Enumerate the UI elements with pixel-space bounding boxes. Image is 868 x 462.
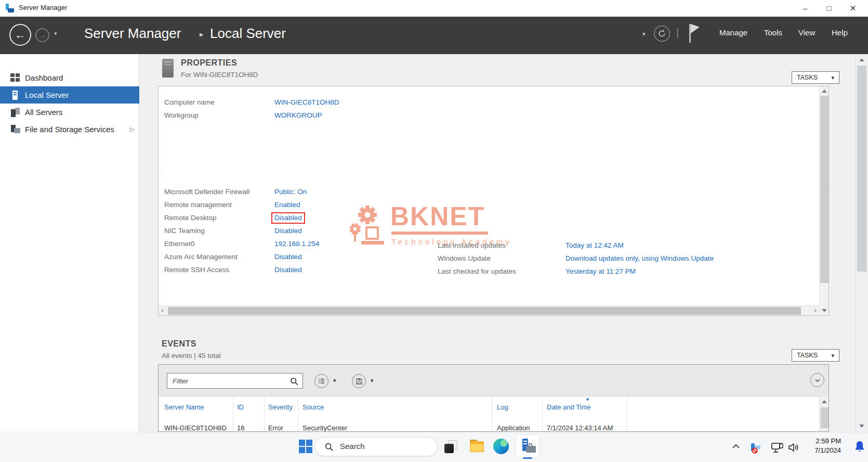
title-bar: Server Manager – □ ✕: [0, 0, 868, 17]
property-value-link[interactable]: Disabled: [274, 227, 302, 235]
notifications-caret[interactable]: ▾: [642, 31, 646, 37]
cell-id: 16: [237, 424, 244, 432]
events-tasks-button[interactable]: TASKS ▾: [792, 349, 839, 362]
nav-history-caret[interactable]: ▾: [54, 30, 57, 37]
save-query-button[interactable]: [352, 374, 366, 388]
sidebar-item-label: Dashboard: [25, 73, 63, 82]
taskbar-search[interactable]: Search: [314, 437, 438, 456]
property-value-link[interactable]: WIN-GIEC8T1OH8D: [274, 98, 339, 106]
column-divider[interactable]: [264, 397, 265, 432]
properties-tasks-button[interactable]: TASKS ▾: [792, 71, 839, 84]
saved-filters-caret-icon[interactable]: ▾: [333, 377, 336, 384]
breadcrumb-root[interactable]: Server Manager: [84, 25, 181, 42]
cell-source: SecurityCenter: [303, 424, 347, 432]
sort-descending-icon[interactable]: ▼: [585, 397, 590, 402]
all-servers-icon: [10, 108, 21, 117]
task-view-button[interactable]: [443, 439, 459, 455]
menu-view[interactable]: View: [798, 28, 815, 37]
column-header-log[interactable]: Log: [497, 403, 508, 411]
tray-overflow-chevron[interactable]: [732, 444, 740, 449]
scrollbar-thumb[interactable]: [857, 66, 866, 272]
property-value-link[interactable]: WORKGROUP: [274, 111, 322, 119]
property-value-link[interactable]: 192.168.1.254: [274, 240, 319, 248]
chevron-down-icon: [814, 377, 821, 383]
column-divider[interactable]: [542, 397, 543, 432]
property-value-link-highlighted[interactable]: Disabled: [271, 212, 305, 224]
property-label: Remote Desktop: [164, 214, 274, 222]
search-icon[interactable]: [290, 377, 299, 386]
scroll-right-arrow-icon[interactable]: ›: [814, 306, 817, 314]
column-header-source[interactable]: Source: [303, 403, 324, 411]
window-controls: – □ ✕: [793, 0, 865, 16]
windows-start-button[interactable]: [299, 440, 313, 454]
saved-filters-button[interactable]: [314, 374, 328, 388]
column-divider[interactable]: [233, 397, 233, 432]
sidebar-item-file-storage-services[interactable]: File and Storage Services ▷: [0, 121, 139, 138]
sidebar-item-dashboard[interactable]: Dashboard: [0, 69, 139, 86]
save-query-caret-icon[interactable]: ▾: [371, 377, 374, 384]
notification-bell-icon[interactable]: [853, 440, 866, 454]
file-storage-icon: [10, 125, 21, 134]
page-vertical-scrollbar[interactable]: [856, 54, 867, 432]
expand-chevron-icon[interactable]: ▷: [130, 126, 134, 133]
scrollbar-thumb[interactable]: [821, 407, 828, 428]
column-header-id[interactable]: ID: [237, 403, 244, 411]
property-value-link[interactable]: Download updates only, using Windows Upd…: [565, 254, 714, 262]
scroll-up-arrow-icon[interactable]: [859, 58, 864, 61]
column-divider[interactable]: [627, 397, 627, 432]
property-label: Last installed updates: [438, 241, 565, 249]
scroll-up-arrow-icon[interactable]: [822, 89, 827, 93]
close-button[interactable]: ✕: [841, 0, 865, 16]
notification-flag-button[interactable]: [687, 23, 701, 44]
server-manager-icon-case: [526, 446, 536, 453]
windows-logo-pane: [306, 447, 312, 453]
column-header-server-name[interactable]: Server Name: [164, 403, 204, 411]
scrollbar-thumb[interactable]: [820, 96, 828, 283]
edge-browser-button[interactable]: [493, 439, 509, 454]
property-value-link[interactable]: Yesterday at 11:27 PM: [565, 267, 636, 275]
property-row: Last installed updates Today at 12:42 AM: [438, 239, 818, 252]
filter-input[interactable]: [172, 375, 283, 387]
property-value-link[interactable]: Disabled: [274, 266, 302, 274]
menu-tools[interactable]: Tools: [764, 28, 782, 37]
maximize-button[interactable]: □: [817, 0, 841, 16]
property-value-link[interactable]: Public: On: [274, 188, 307, 196]
network-tray-icon[interactable]: [771, 442, 784, 454]
sidebar-item-local-server[interactable]: Local Server: [0, 86, 139, 104]
forward-button[interactable]: →: [35, 28, 49, 42]
scrollbar-thumb[interactable]: [168, 307, 801, 315]
server-manager-icon-slot: [523, 441, 527, 442]
column-divider[interactable]: [492, 397, 492, 432]
scroll-left-arrow-icon[interactable]: ‹: [161, 306, 164, 314]
taskbar-clock[interactable]: 2:59 PM 7/1/2024: [805, 437, 841, 455]
events-filter-box: [167, 373, 303, 389]
refresh-button[interactable]: [654, 25, 670, 42]
property-value-link[interactable]: Disabled: [274, 253, 302, 261]
column-header-date-time[interactable]: Date and Time: [547, 403, 591, 411]
file-explorer-button[interactable]: [469, 440, 485, 454]
menu-help[interactable]: Help: [832, 28, 848, 37]
property-group: Computer name WIN-GIEC8T1OH8D Workgroup …: [164, 96, 435, 122]
column-divider[interactable]: [298, 397, 298, 432]
properties-horizontal-scrollbar[interactable]: ‹ ›: [159, 305, 819, 315]
minimize-button[interactable]: –: [793, 0, 817, 16]
sidebar-item-all-servers[interactable]: All Servers: [0, 104, 139, 121]
events-vertical-scrollbar[interactable]: [819, 397, 829, 432]
properties-vertical-scrollbar[interactable]: [819, 86, 828, 315]
scroll-up-arrow-icon[interactable]: [822, 400, 827, 403]
flag-icon: [687, 23, 701, 44]
scroll-down-arrow-icon[interactable]: [822, 309, 827, 312]
scroll-down-arrow-icon[interactable]: [859, 425, 864, 428]
sidebar: Dashboard Local Server All Servers File …: [0, 54, 139, 434]
server-manager-taskbar-button-active[interactable]: [516, 434, 540, 458]
server-manager-tray-icon[interactable]: [749, 442, 762, 454]
cell-server-name: WIN-GIEC8T1OH8D: [164, 424, 227, 432]
property-value-link[interactable]: Enabled: [274, 201, 300, 209]
column-header-severity[interactable]: Severity: [268, 403, 293, 411]
menu-manage[interactable]: Manage: [719, 28, 747, 37]
search-icon: [324, 442, 334, 452]
volume-tray-icon[interactable]: [787, 442, 800, 453]
property-value-link[interactable]: Today at 12:42 AM: [565, 241, 624, 249]
back-button[interactable]: ←: [9, 24, 31, 46]
collapse-events-button[interactable]: [810, 373, 824, 387]
